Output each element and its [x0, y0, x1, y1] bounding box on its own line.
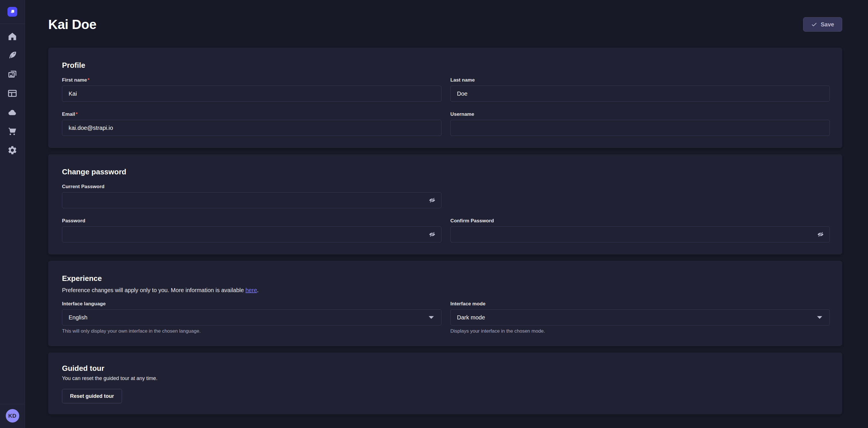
save-button-label: Save: [820, 21, 834, 28]
interface-mode-helper: Displays your interface in the chosen mo…: [451, 328, 830, 334]
sidebar-item-content-manager[interactable]: [7, 51, 17, 60]
interface-mode-select[interactable]: Dark mode: [451, 309, 830, 325]
current-password-label: Current Password: [62, 184, 441, 190]
more-information-link[interactable]: here: [245, 287, 257, 293]
email-input[interactable]: [62, 120, 441, 136]
cloud-icon: [7, 108, 17, 117]
profile-section-title: Profile: [62, 61, 830, 70]
sidebar-item-marketplace[interactable]: [7, 126, 17, 136]
first-name-label: First name*: [62, 77, 441, 83]
eye-off-icon: [428, 197, 436, 204]
interface-mode-label: Interface mode: [451, 301, 830, 307]
sidebar-item-media-library[interactable]: [7, 69, 17, 79]
username-label: Username: [451, 111, 830, 117]
last-name-field-group: Last name: [451, 77, 830, 102]
marketplace-cart-icon: [7, 126, 17, 136]
new-password-input[interactable]: [62, 226, 441, 242]
user-avatar[interactable]: KD: [6, 409, 19, 423]
profile-card: Profile First name* Last name Email*: [48, 48, 842, 148]
sidebar-item-settings[interactable]: [7, 145, 17, 155]
check-icon: [811, 22, 817, 28]
last-name-label: Last name: [451, 77, 830, 83]
experience-description: Preference changes will apply only to yo…: [62, 287, 830, 293]
username-input[interactable]: [451, 120, 830, 136]
strapi-logo-icon: [9, 8, 16, 15]
interface-language-value: English: [69, 314, 88, 321]
change-password-card: Change password Current Password: [48, 154, 842, 255]
current-password-field-group: Current Password: [62, 184, 441, 208]
eye-off-icon: [428, 231, 436, 238]
interface-mode-value: Dark mode: [457, 314, 485, 321]
sidebar: KD: [0, 0, 25, 428]
chevron-down-icon: [428, 316, 434, 319]
last-name-input[interactable]: [451, 86, 830, 102]
page-title: Kai Doe: [48, 17, 96, 32]
sidebar-item-home[interactable]: [7, 32, 17, 41]
settings-gear-icon: [7, 145, 17, 155]
content-area: Profile First name* Last name Email*: [25, 32, 868, 414]
experience-card: Experience Preference changes will apply…: [48, 261, 842, 346]
confirm-password-label: Confirm Password: [451, 218, 830, 224]
confirm-password-field-group: Confirm Password: [451, 218, 830, 242]
required-asterisk: *: [88, 77, 90, 83]
interface-language-select[interactable]: English: [62, 309, 441, 325]
required-asterisk: *: [76, 111, 78, 117]
email-label: Email*: [62, 111, 441, 117]
guided-tour-card: Guided tour You can reset the guided tou…: [48, 352, 842, 414]
change-password-section-title: Change password: [62, 168, 830, 176]
content-type-builder-icon: [7, 88, 17, 98]
guided-tour-section-title: Guided tour: [62, 364, 830, 373]
first-name-field-group: First name*: [62, 77, 441, 102]
page-header: Kai Doe Save: [25, 0, 868, 32]
interface-language-helper: This will only display your own interfac…: [62, 328, 441, 334]
eye-off-icon: [817, 231, 825, 238]
sidebar-nav: [7, 24, 17, 404]
reset-guided-tour-button[interactable]: Reset guided tour: [62, 389, 122, 403]
content-feather-icon: [7, 51, 17, 60]
first-name-input[interactable]: [62, 86, 441, 102]
home-icon: [7, 32, 17, 41]
chevron-down-icon: [817, 316, 823, 319]
interface-language-field-group: Interface language English This will onl…: [62, 301, 441, 334]
confirm-password-input[interactable]: [451, 226, 830, 242]
media-library-icon: [7, 69, 17, 79]
sidebar-footer: KD: [0, 404, 25, 428]
username-field-group: Username: [451, 111, 830, 136]
toggle-current-password-visibility-button[interactable]: [427, 195, 437, 205]
save-button[interactable]: Save: [803, 17, 842, 32]
interface-mode-field-group: Interface mode Dark mode Displays your i…: [451, 301, 830, 334]
toggle-confirm-password-visibility-button[interactable]: [815, 229, 825, 239]
grid-spacer: [451, 184, 830, 208]
toggle-new-password-visibility-button[interactable]: [427, 229, 437, 239]
guided-tour-description: You can reset the guided tour at any tim…: [62, 375, 830, 381]
main-content: Kai Doe Save Profile First name* Last na…: [25, 0, 868, 428]
strapi-logo[interactable]: [7, 7, 17, 17]
current-password-input[interactable]: [62, 192, 441, 208]
interface-language-label: Interface language: [62, 301, 441, 307]
sidebar-item-deploy[interactable]: [7, 108, 17, 117]
new-password-field-group: Password: [62, 218, 441, 242]
email-field-group: Email*: [62, 111, 441, 136]
new-password-label: Password: [62, 218, 441, 224]
sidebar-item-content-type-builder[interactable]: [7, 88, 17, 98]
experience-section-title: Experience: [62, 274, 830, 283]
logo-area: [0, 0, 25, 24]
